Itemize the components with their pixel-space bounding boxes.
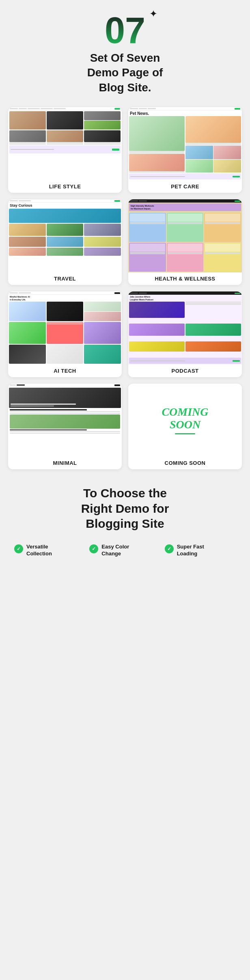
petcare-label: PET CARE (128, 180, 242, 193)
podcast-label: PODCAST (128, 365, 242, 377)
demo-card-travel[interactable]: Stay Curious (8, 199, 122, 285)
petcare-preview: Pet News. (128, 107, 242, 180)
versatile-label: VersatileCollection (26, 544, 52, 557)
header-section: 07 ✦ Set Of Seven Demo Page of Blog Site… (8, 12, 242, 95)
feature-colorchange: Easy ColorChange (87, 544, 162, 557)
colorchange-check-icon (89, 544, 98, 553)
lifestyle-label: LIFE STYLE (8, 180, 122, 193)
demo-card-podcast[interactable]: Joke Junction WhereLaughter Meets Podcas… (128, 291, 242, 377)
aitech-preview: Mindful Machines: AIin Everyday Life. (8, 291, 122, 365)
aitech-label: AI TECH (8, 365, 122, 377)
comingsoon-preview: COMINGSOON (128, 384, 242, 457)
demo-card-comingsoon[interactable]: COMINGSOON COMING SOON (128, 384, 242, 469)
page-wrapper: 07 ✦ Set Of Seven Demo Page of Blog Site… (0, 0, 250, 577)
number-display: 07 (105, 12, 145, 49)
comingsoon-label: COMING SOON (128, 457, 242, 469)
travel-label: TRAVEL (8, 272, 122, 285)
health-label: HEALTH & WELLNESS (128, 272, 242, 285)
fastloading-label: Super FastLoading (177, 544, 204, 557)
coming-soon-text: COMINGSOON (162, 406, 208, 431)
minimal-label: MINIMAL (8, 457, 122, 469)
demo-card-aitech[interactable]: Mindful Machines: AIin Everyday Life. (8, 291, 122, 377)
demo-card-petcare[interactable]: Pet News. (128, 107, 242, 193)
choose-title: To Choose the Right Demo for Blogging Si… (12, 486, 238, 531)
health-preview: High Intensity Workoutsfor Maximum Impac… (128, 199, 242, 272)
feature-versatile: VersatileCollection (12, 544, 87, 557)
travel-preview: Stay Curious (8, 199, 122, 272)
colorchange-label: Easy ColorChange (101, 544, 129, 557)
lifestyle-preview (8, 107, 122, 180)
feature-fastloading: Super FastLoading (163, 544, 238, 557)
demo-card-health[interactable]: High Intensity Workoutsfor Maximum Impac… (128, 199, 242, 285)
header-subtitle: Set Of Seven Demo Page of Blog Site. (8, 51, 242, 95)
podcast-preview: Joke Junction WhereLaughter Meets Podcas… (128, 291, 242, 365)
fastloading-check-icon (165, 544, 174, 553)
sparkle-decor: ✦ (149, 8, 157, 19)
demo-card-minimal[interactable]: MINIMAL (8, 384, 122, 469)
minimal-preview (8, 384, 122, 457)
features-row: VersatileCollection Easy ColorChange Sup… (12, 540, 238, 566)
choose-section: To Choose the Right Demo for Blogging Si… (8, 477, 242, 569)
demo-card-lifestyle[interactable]: LIFE STYLE (8, 107, 122, 193)
versatile-check-icon (14, 544, 23, 553)
demo-grid: LIFE STYLE Pet News. (8, 107, 242, 469)
